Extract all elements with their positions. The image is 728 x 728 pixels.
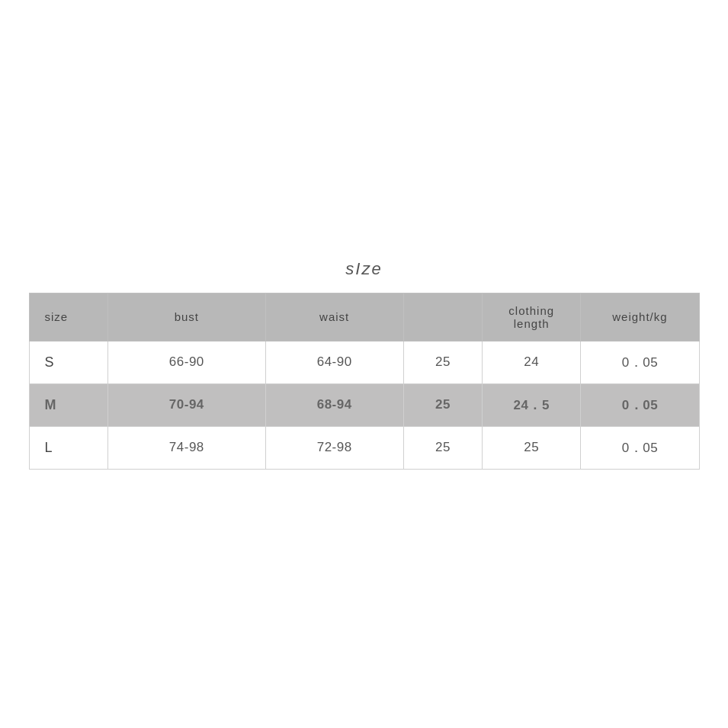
header-clothing-length: clothing length (483, 293, 581, 341)
cell-bust: 74-98 (107, 426, 265, 469)
header-waist: waist (265, 293, 403, 341)
cell-cl1: 25 (403, 426, 482, 469)
table-row: L74-9872-9825250．05 (29, 426, 699, 469)
cell-waist: 64-90 (265, 341, 403, 383)
cell-size: S (29, 341, 107, 383)
cell-bust: 66-90 (107, 341, 265, 383)
size-table: size bust waist clothing length weight/k… (29, 293, 700, 470)
cell-cl1: 25 (403, 383, 482, 426)
cell-cl2: 25 (483, 426, 581, 469)
header-bust: bust (107, 293, 265, 341)
header-weight: weight/kg (581, 293, 699, 341)
table-header-row: size bust waist clothing length weight/k… (29, 293, 699, 341)
cell-weight: 0．05 (581, 383, 699, 426)
cell-cl2: 24 (483, 341, 581, 383)
cell-waist: 68-94 (265, 383, 403, 426)
cell-waist: 72-98 (265, 426, 403, 469)
cell-size: M (29, 383, 107, 426)
header-cl-sub1 (403, 293, 482, 341)
cell-weight: 0．05 (581, 341, 699, 383)
header-size: size (29, 293, 107, 341)
cell-weight: 0．05 (581, 426, 699, 469)
cell-bust: 70-94 (107, 383, 265, 426)
table-row: M70-9468-942524．50．05 (29, 383, 699, 426)
cell-cl1: 25 (403, 341, 482, 383)
cell-cl2: 24．5 (483, 383, 581, 426)
table-title: sIze (29, 259, 700, 279)
cell-size: L (29, 426, 107, 469)
table-row: S66-9064-9025240．05 (29, 341, 699, 383)
size-chart-container: sIze size bust waist clothing length wei… (29, 259, 700, 470)
